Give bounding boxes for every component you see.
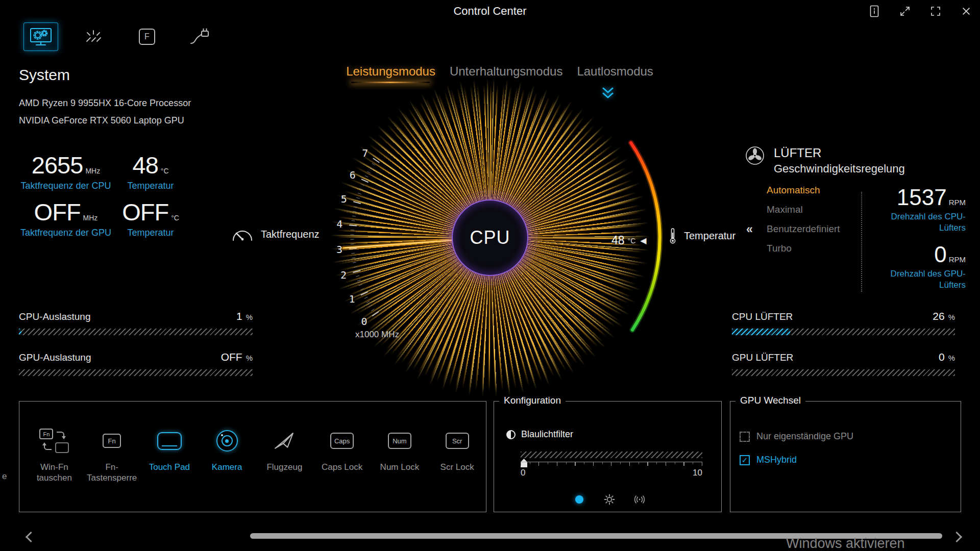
close-icon [961,6,971,16]
tab-connectivity[interactable] [183,22,217,51]
page-title: System [19,66,70,84]
chevron-right-icon [951,532,962,542]
gpu-usage-unit: % [246,354,253,362]
gpu-fan-meter-value: 0 [939,351,945,363]
toggle-num-lock[interactable]: Num Num Lock [371,424,429,512]
toggle-fn-lock[interactable]: Fn Fn-Tastensperre [83,424,141,512]
info-button[interactable] [868,4,881,18]
cpu-fan-bar-fill [732,329,790,335]
toggle-label: Touch Pad [149,462,190,472]
gpu-clock-label: Taktfrequenz der GPU [15,228,116,238]
fan-divider [861,192,862,292]
cpu-clock-label: Taktfrequenz der CPU [15,181,116,191]
fan-mode-automatisch[interactable]: Automatisch [767,181,840,200]
fan-mode-turbo[interactable]: Turbo [767,239,840,258]
cpu-fan-meter: CPU LÜFTER 26% [732,310,955,335]
cpu-rpm-unit: RPM [949,198,966,207]
tab-keyboard-backlight[interactable] [77,22,111,51]
cpu-clock-unit: MHz [85,167,100,175]
option-mshybrid[interactable]: MSHybrid [740,455,797,465]
toggle-win-fn-swap[interactable]: Fn Win-Fn tauschen [26,424,83,512]
svg-text:4: 4 [336,218,342,230]
tab-system[interactable] [23,22,58,51]
cpu-fan-meter-value: 26 [933,310,944,322]
svg-text:3: 3 [336,243,342,256]
svg-text:6: 6 [350,169,356,181]
camera-icon [216,430,238,452]
konfiguration-title: Konfiguration [499,395,566,406]
toggle-label: Win-Fn tauschen [26,462,83,484]
svg-text:2: 2 [340,269,347,281]
option-dedicated-gpu[interactable]: Nur eigenständige GPU [740,431,853,442]
gauge-needle-glow [344,240,452,248]
temperatur-legend: Temperatur [669,228,736,244]
brightness-button[interactable] [603,493,616,506]
fan-title: LÜFTER [774,146,905,160]
gpu-fan-bar [732,369,955,376]
slider-max-label: 10 [682,468,702,478]
fan-mode-maximal[interactable]: Maximal [767,200,840,219]
gpu-temp-unit: °C [171,214,179,222]
gpu-usage-meter: GPU-Auslastung OFF% [19,351,253,376]
toggle-touchpad[interactable]: Touch Pad [141,424,199,512]
config-mode-icons [573,493,646,506]
fan-mode-benutzerdefiniert[interactable]: «Benutzerdefiniert [767,219,840,239]
collapse-chevrons-icon[interactable]: « [746,219,752,239]
toggle-airplane-mode[interactable]: Flugzeug [256,424,313,512]
cpu-clock-value: 2655 [32,152,83,179]
mode-lautlosmodus[interactable]: Lautlosmodus [577,64,653,79]
cpu-fan-meter-unit: % [948,313,955,321]
night-light-button[interactable] [573,493,585,506]
toggle-camera[interactable]: Kamera [198,424,256,512]
gpu-rpm-value: 0 [934,242,946,267]
temperature-pointer-icon: ◀ [640,236,646,245]
bluelight-slider-track[interactable] [521,452,702,458]
cpu-clock-stat: 2655MHz Taktfrequenz der CPU [15,151,116,191]
speedometer-icon [231,227,254,242]
mode-leistungsmodus[interactable]: Leistungsmodus [346,64,435,79]
brightness-icon [603,493,616,506]
gauge-needle-core [345,240,452,248]
performance-mode-tabs: Leistungsmodus Unterhaltungsmodus Lautlo… [346,64,653,79]
gpu-usage-label: GPU-Auslastung [19,352,91,363]
checkbox-checked-icon[interactable] [740,455,750,465]
fan-header: LÜFTER Geschwindigkeitsregelung [745,146,905,176]
temperatur-label: Temperatur [684,230,736,242]
toggle-label: Caps Lock [322,462,362,472]
cpu-gauge-label: CPU [470,227,510,248]
gauge-needle [344,240,452,248]
f-key-icon: F [139,29,155,45]
tab-function-keys[interactable]: F [130,22,164,51]
keyboard-backlight-icon [83,28,105,46]
restore-button[interactable] [898,4,912,18]
toggle-caps-lock[interactable]: Caps Caps Lock [313,424,371,512]
temperature-readout: 48 °C ◀ [611,234,647,247]
bluelight-label: Blaulichtfilter [521,429,573,440]
svg-text:7: 7 [362,147,368,159]
cpu-usage-label: CPU-Auslastung [19,311,90,322]
document-info-icon [869,5,879,17]
svg-text:1: 1 [349,293,355,305]
fullscreen-button[interactable] [929,4,942,18]
checkbox-unchecked-icon[interactable] [740,432,750,442]
fan-icon [745,146,765,165]
touchpad-icon [157,432,182,450]
scroll-left-button[interactable] [21,529,40,547]
clipped-toggle-label: e [2,471,7,482]
cpu-fan-meter-label: CPU LÜFTER [732,311,793,322]
slider-ruler [521,462,702,466]
close-button[interactable] [960,4,973,18]
toggle-scroll-lock[interactable]: Scr Scr Lock [428,424,486,512]
expand-modes-button[interactable] [601,87,615,101]
scroll-right-button[interactable] [947,529,966,547]
bluelight-row: Blaulichtfilter [506,429,573,440]
gpu-fan-rpm: 0RPM Drehzahl des GPU-Lüfters [868,242,966,291]
scale-unit-label: x1000 MHz [355,330,399,340]
temperature-unit: °C [628,237,636,245]
mode-unterhaltungsmodus[interactable]: Unterhaltungsmodus [450,64,562,79]
volume-waves-button[interactable] [633,493,646,506]
scr-key-icon: Scr [446,433,469,449]
windows-watermark: Windows aktivieren [786,536,905,551]
cpu-temp-stat: 48°C Temperatur [119,151,182,191]
cpu-temp-unit: °C [161,167,169,175]
